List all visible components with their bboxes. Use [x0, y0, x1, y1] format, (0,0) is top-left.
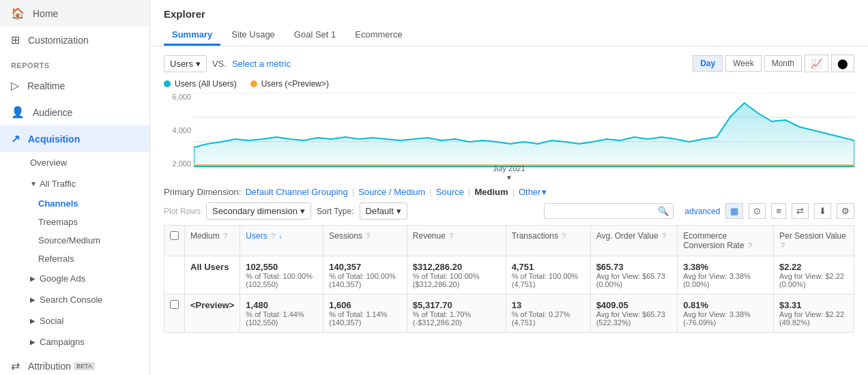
customization-icon: ⊞: [11, 33, 20, 46]
th-transactions-help-icon: ?: [562, 232, 566, 240]
explorer-header: Explorer Summary Site Usage Goal Set 1 E…: [150, 0, 868, 46]
dim-other[interactable]: Other ▾: [519, 187, 547, 197]
row-preview-checkbox[interactable]: [170, 300, 179, 309]
search-icon[interactable]: 🔍: [658, 206, 669, 216]
sidebar-sub-overview[interactable]: Overview: [0, 152, 149, 173]
th-medium-label: Medium: [190, 231, 220, 241]
th-ecommerce-rate-label: Ecommerce Conversion Rate: [683, 231, 744, 250]
sidebar-sub-all-traffic[interactable]: ▼ All Traffic: [0, 173, 149, 194]
th-ecommerce-rate[interactable]: Ecommerce Conversion Rate ?: [678, 226, 774, 256]
y-label-6000: 6,000: [164, 93, 191, 101]
pivot-view-button[interactable]: ⇄: [792, 203, 809, 219]
revenue-all-users-sub: % of Total: 100.00% ($312,286.20): [413, 272, 500, 288]
dim-medium[interactable]: Medium: [474, 187, 508, 197]
sidebar-item-realtime[interactable]: ▷ Realtime: [0, 72, 149, 99]
home-icon: 🏠: [11, 7, 25, 20]
sidebar: 🏠 Home ⊞ Customization REPORTS ▷ Realtim…: [0, 0, 150, 375]
th-per-session[interactable]: Per Session Value ?: [774, 226, 854, 256]
sidebar-label-customization: Customization: [28, 35, 89, 46]
th-per-session-label: Per Session Value: [779, 231, 846, 241]
compare-view-button[interactable]: ≡: [771, 203, 786, 219]
download-button[interactable]: ⬇: [814, 203, 831, 219]
sidebar-item-home[interactable]: 🏠 Home: [0, 0, 149, 27]
main-content: Explorer Summary Site Usage Goal Set 1 E…: [150, 0, 868, 375]
dimension-label: Primary Dimension:: [164, 187, 241, 197]
tab-site-usage[interactable]: Site Usage: [223, 25, 283, 46]
sidebar-sub-treemaps-label: Treemaps: [38, 217, 78, 227]
table-row-preview: <Preview> 1,480 % of Total: 1.44% (102,5…: [164, 295, 854, 333]
th-users-help-icon: ?: [271, 232, 275, 240]
ecommerce-rate-preview-value: 0.81%: [683, 300, 768, 310]
th-sessions-help-icon: ?: [366, 232, 370, 240]
th-medium[interactable]: Medium ?: [185, 226, 240, 256]
search-box: 🔍: [544, 203, 674, 219]
tab-summary[interactable]: Summary: [164, 25, 220, 46]
dim-other-arrow-icon: ▾: [542, 187, 547, 197]
sort-arrow-icon: ↓: [278, 232, 282, 240]
sidebar-item-acquisition[interactable]: ↗ Acquisition: [0, 125, 149, 152]
data-table: Medium ? Users ? ↓ Sessions ? Revenue: [164, 225, 854, 333]
chart-table-view-button[interactable]: ⊙: [749, 203, 766, 219]
month-button[interactable]: Month: [764, 55, 802, 72]
line-chart-button[interactable]: 📈: [805, 55, 828, 72]
attribution-beta-badge: BETA: [74, 362, 95, 370]
td-transactions-preview: 13 % of Total: 0.27% (4,751): [506, 295, 590, 333]
day-button[interactable]: Day: [693, 55, 723, 72]
settings-button[interactable]: ⚙: [837, 203, 854, 219]
ecommerce-rate-preview-sub: Avg for View: 3.38% (-76.09%): [683, 310, 768, 327]
table-controls: Plot Rows Secondary dimension ▾ Sort Typ…: [164, 202, 854, 220]
th-transactions[interactable]: Transactions ?: [506, 226, 590, 256]
select-all-checkbox[interactable]: [170, 231, 179, 240]
th-avg-order[interactable]: Avg. Order Value ?: [590, 226, 678, 256]
th-users[interactable]: Users ? ↓: [240, 226, 323, 256]
sidebar-sub-campaigns-label: Campaigns: [40, 337, 85, 347]
sidebar-item-google-ads[interactable]: ▶ Google Ads: [0, 268, 149, 289]
transactions-all-users-sub: % of Total: 100.00% (4,751): [512, 272, 585, 288]
explorer-tabs: Summary Site Usage Goal Set 1 Ecommerce: [164, 25, 854, 46]
sidebar-sub-referrals[interactable]: Referrals: [0, 250, 149, 268]
th-avg-order-help-icon: ?: [662, 232, 666, 240]
sidebar-item-audience[interactable]: 👤 Audience: [0, 99, 149, 125]
legend-dot-all-users: [164, 80, 171, 87]
sort-type-dropdown[interactable]: Default ▾: [360, 202, 407, 220]
select-metric-link[interactable]: Select a metric: [232, 59, 291, 69]
sidebar-item-social[interactable]: ▶ Social: [0, 310, 149, 331]
sidebar-item-campaigns[interactable]: ▶ Campaigns: [0, 331, 149, 352]
sidebar-label-home: Home: [33, 8, 58, 19]
per-session-preview-value: $3.31: [779, 300, 848, 310]
sidebar-item-customization[interactable]: ⊞ Customization: [0, 27, 149, 53]
sidebar-item-attribution[interactable]: ⇄ Attribution BETA: [0, 352, 149, 375]
x-label-july: July 2021: [493, 164, 525, 172]
sidebar-sub-treemaps[interactable]: Treemaps: [0, 213, 149, 231]
controls-row: Users ▾ VS. Select a metric Day Week Mon…: [164, 55, 854, 72]
pie-chart-button[interactable]: ⬤: [831, 55, 854, 72]
expand-arrow-icon-campaigns: ▶: [30, 338, 35, 346]
th-checkbox: [164, 226, 185, 256]
th-ecommerce-rate-help-icon: ?: [748, 241, 752, 250]
secondary-dimension-dropdown[interactable]: Secondary dimension ▾: [206, 202, 311, 220]
sidebar-item-search-console[interactable]: ▶ Search Console: [0, 289, 149, 310]
secondary-dimension-label: Secondary dimension: [212, 206, 298, 216]
plot-rows-button[interactable]: Plot Rows: [164, 207, 201, 216]
search-input[interactable]: [549, 207, 658, 216]
th-sessions[interactable]: Sessions ?: [323, 226, 407, 256]
chart-legend: Users (All Users) Users (<Preview>): [164, 79, 854, 89]
dim-source-medium[interactable]: Source / Medium: [358, 187, 425, 197]
attribution-icon: ⇄: [11, 359, 20, 372]
dim-source[interactable]: Source: [436, 187, 464, 197]
td-ecommerce-rate-preview: 0.81% Avg for View: 3.38% (-76.09%): [678, 295, 774, 333]
metric-dropdown[interactable]: Users ▾: [164, 55, 207, 72]
th-revenue[interactable]: Revenue ?: [407, 226, 506, 256]
chart-y-labels: 6,000 4,000 2,000: [164, 93, 194, 168]
tab-ecommerce[interactable]: Ecommerce: [347, 25, 410, 46]
week-button[interactable]: Week: [725, 55, 761, 72]
sidebar-sub-channels[interactable]: Channels: [0, 194, 149, 213]
td-ecommerce-rate-all-users: 3.38% Avg for View: 3.38% (0.00%): [678, 256, 774, 295]
dim-default-channel[interactable]: Default Channel Grouping: [245, 187, 347, 197]
advanced-link[interactable]: advanced: [684, 207, 720, 216]
sort-type-value: Default: [366, 206, 394, 216]
sidebar-sub-source-medium[interactable]: Source/Medium: [0, 231, 149, 250]
tab-goal-set-1[interactable]: Goal Set 1: [286, 25, 344, 46]
data-table-view-button[interactable]: ▦: [725, 203, 743, 219]
chart-area-all-users: [194, 103, 854, 166]
